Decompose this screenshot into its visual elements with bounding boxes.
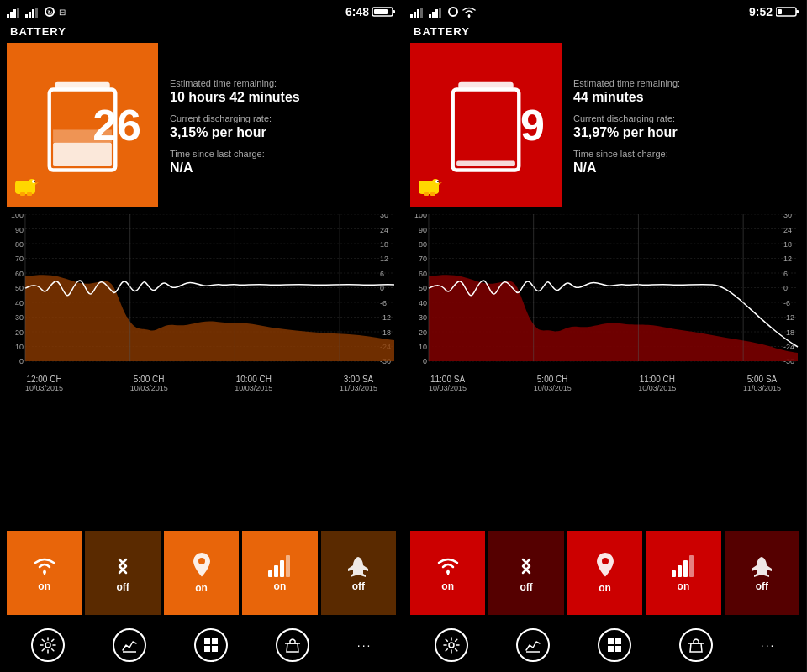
svg-text:30: 30 bbox=[419, 313, 427, 322]
nav-gear-left[interactable] bbox=[31, 628, 65, 662]
estimated-value-left: 10 hours 42 minutes bbox=[170, 90, 388, 105]
since-charge-value-right: N/A bbox=[573, 160, 791, 176]
estimated-value-right: 44 minutes bbox=[573, 90, 791, 105]
svg-rect-141 bbox=[689, 555, 694, 577]
svg-rect-67 bbox=[280, 560, 284, 577]
nav-gear-right[interactable] bbox=[435, 628, 468, 662]
svg-text:40: 40 bbox=[15, 299, 24, 307]
since-charge-label-left: Time since last charge: bbox=[170, 149, 388, 159]
since-charge-value-left: N/A bbox=[170, 160, 388, 176]
nav-chart-right[interactable] bbox=[516, 628, 550, 662]
gear-icon-right bbox=[443, 637, 460, 654]
discharge-value-left: 3,15% per hour bbox=[170, 125, 388, 140]
svg-rect-13 bbox=[374, 9, 388, 14]
svg-text:30: 30 bbox=[783, 214, 792, 219]
info-section-left: 26 Estimated time remaining: 10 hours 42… bbox=[7, 43, 396, 211]
signal2-icon bbox=[25, 6, 40, 18]
mascot-left bbox=[13, 174, 40, 201]
chart-labels-right: 11:00 SA 10/03/2015 5:00 CH 10/03/2015 1… bbox=[410, 373, 799, 392]
svg-point-94 bbox=[437, 181, 439, 182]
status-right-left: 6:48 bbox=[345, 5, 396, 18]
sync-icon-right bbox=[447, 6, 459, 18]
nav-chart-left[interactable] bbox=[113, 628, 146, 662]
info-section-right: 9 Estimated time remaining: 44 minutes C… bbox=[410, 43, 799, 211]
nav-windows-right[interactable] bbox=[598, 628, 631, 662]
nav-dots-left[interactable]: ··· bbox=[357, 638, 372, 652]
location-label-right: on bbox=[599, 582, 611, 594]
svg-text:40: 40 bbox=[419, 299, 427, 307]
svg-rect-74 bbox=[212, 646, 218, 652]
svg-point-137 bbox=[602, 558, 609, 564]
signal-toggle-right[interactable]: on bbox=[646, 531, 720, 615]
battery-title-left: BATTERY bbox=[0, 24, 403, 43]
chart-section-left: 100 90 80 70 60 50 40 30 20 10 0 30 24 1… bbox=[7, 214, 396, 528]
svg-text:90: 90 bbox=[419, 226, 427, 234]
discharge-label-right: Current discharging rate: bbox=[573, 113, 791, 123]
svg-text:-6: -6 bbox=[380, 299, 387, 307]
location-toggle-left[interactable]: on bbox=[164, 531, 239, 615]
chart-label-0-left: 12:00 CH 10/03/2015 bbox=[25, 375, 63, 392]
wifi-toggle-right[interactable]: on bbox=[410, 531, 485, 615]
svg-text:50: 50 bbox=[419, 284, 427, 292]
battery-status-right bbox=[776, 6, 799, 18]
svg-text:-12: -12 bbox=[783, 313, 794, 322]
svg-rect-24 bbox=[27, 192, 32, 196]
airplane-toggle-left[interactable]: off bbox=[321, 531, 396, 615]
svg-text:30: 30 bbox=[380, 214, 388, 219]
svg-rect-66 bbox=[274, 565, 278, 577]
status-left-icons-right bbox=[410, 6, 476, 18]
location-label-left: on bbox=[195, 582, 208, 594]
svg-text:-18: -18 bbox=[380, 328, 391, 337]
right-panel: 9:52 BATTERY 9 bbox=[404, 0, 807, 672]
nav-dots-right[interactable]: ··· bbox=[761, 638, 776, 652]
left-panel: ↻ ⊟ 6:48 BATTERY bbox=[0, 0, 404, 672]
signal-toggle-icon-right bbox=[670, 554, 697, 577]
signal-toggle-left[interactable]: on bbox=[242, 531, 317, 615]
svg-marker-95 bbox=[439, 182, 442, 185]
bluetooth-toggle-right[interactable]: off bbox=[488, 531, 563, 615]
status-right-right: 9:52 bbox=[749, 5, 799, 18]
svg-text:100: 100 bbox=[414, 214, 427, 219]
time-right: 9:52 bbox=[749, 5, 773, 18]
svg-text:12: 12 bbox=[783, 255, 792, 263]
svg-text:30: 30 bbox=[15, 313, 24, 322]
svg-point-136 bbox=[446, 570, 450, 574]
svg-rect-68 bbox=[286, 555, 290, 577]
svg-text:10: 10 bbox=[419, 343, 427, 351]
nav-basket-left[interactable] bbox=[276, 628, 309, 662]
svg-marker-22 bbox=[35, 182, 39, 185]
airplane-label-left: off bbox=[352, 580, 365, 592]
data-icon: ⊟ bbox=[59, 6, 71, 18]
svg-text:12: 12 bbox=[380, 255, 388, 263]
svg-point-69 bbox=[45, 643, 50, 648]
svg-rect-96 bbox=[424, 192, 429, 196]
svg-point-84 bbox=[468, 15, 471, 18]
battery-graphic-right bbox=[448, 75, 524, 176]
svg-rect-147 bbox=[615, 646, 621, 652]
svg-rect-7 bbox=[35, 8, 38, 18]
chart-label-0-right: 11:00 SA 10/03/2015 bbox=[429, 375, 467, 392]
svg-text:100: 100 bbox=[11, 214, 24, 219]
basket-icon-right bbox=[688, 637, 704, 654]
svg-rect-23 bbox=[20, 192, 25, 196]
svg-text:18: 18 bbox=[380, 240, 388, 249]
airplane-toggle-right[interactable]: off bbox=[725, 531, 799, 615]
nav-windows-left[interactable] bbox=[194, 628, 228, 662]
gear-icon-left bbox=[40, 637, 56, 654]
svg-rect-78 bbox=[420, 8, 423, 18]
airplane-label-right: off bbox=[756, 580, 768, 592]
location-toggle-right[interactable]: on bbox=[567, 531, 642, 615]
bluetooth-toggle-left[interactable]: off bbox=[85, 531, 160, 615]
wifi-toggle-left[interactable]: on bbox=[7, 531, 82, 615]
discharge-label-left: Current discharging rate: bbox=[170, 113, 388, 123]
info-text-left: Estimated time remaining: 10 hours 42 mi… bbox=[158, 43, 396, 211]
svg-rect-3 bbox=[17, 8, 19, 18]
status-bar-left: ↻ ⊟ 6:48 bbox=[0, 0, 403, 24]
svg-rect-145 bbox=[615, 638, 621, 644]
svg-text:6: 6 bbox=[783, 270, 788, 278]
svg-text:↻: ↻ bbox=[47, 9, 53, 17]
svg-rect-81 bbox=[435, 9, 438, 18]
chart-label-2-left: 10:00 CH 10/03/2015 bbox=[235, 375, 272, 392]
nav-basket-right[interactable] bbox=[679, 628, 713, 662]
svg-text:-12: -12 bbox=[380, 313, 391, 322]
